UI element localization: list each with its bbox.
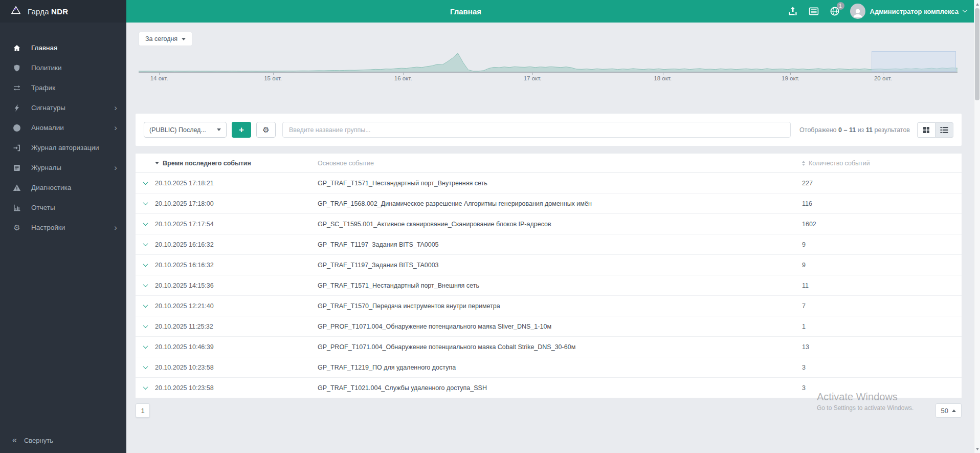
date-range-label: За сегодня xyxy=(145,35,177,42)
event-name-cell[interactable]: GP_PROF_T1071.004_Обнаружение потенциаль… xyxy=(318,323,802,330)
sidebar-item-label: Аномалии xyxy=(31,124,64,132)
column-header-last-event-time[interactable]: Время последнего события xyxy=(155,160,318,167)
column-header-event-count[interactable]: Количество событий xyxy=(802,160,962,167)
event-name-cell[interactable]: GP_SC_T1595.001_Активное сканирование_Ск… xyxy=(318,221,802,228)
page-title: Главная xyxy=(126,0,805,23)
row-expand-chevron-icon[interactable] xyxy=(143,323,148,328)
sidebar-item-home[interactable]: Главная xyxy=(0,38,126,58)
top-header: Главная xyxy=(126,0,974,23)
vertical-scrollbar[interactable] xyxy=(974,0,980,453)
event-time-cell: 20.10.2025 17:18:00 xyxy=(155,200,318,207)
sidebar-menu: ГлавнаяПолитикиТрафикСигнатуры›Аномалии›… xyxy=(0,38,126,238)
content: За сегодня 14 окт.15 окт.16 окт.17 окт.1… xyxy=(126,23,974,453)
event-count-cell: 227 xyxy=(802,180,962,187)
auth-journal-icon xyxy=(12,144,21,152)
page-1-button[interactable]: 1 xyxy=(136,403,150,418)
home-icon xyxy=(12,44,21,52)
timeline-selection[interactable] xyxy=(872,51,956,72)
axis-tick-label: 18 окт. xyxy=(654,75,672,81)
page-size-select[interactable]: 50 xyxy=(936,403,962,418)
activate-windows-watermark: Activate Windows Go to Settings to activ… xyxy=(817,391,914,412)
sidebar-item-label: Трафик xyxy=(31,84,55,92)
row-expand-chevron-icon[interactable] xyxy=(143,200,148,205)
axis-tick-label: 19 окт. xyxy=(782,75,799,81)
traffic-icon xyxy=(12,84,21,92)
chevron-right-icon: › xyxy=(114,223,117,232)
row-expand-chevron-icon[interactable] xyxy=(143,303,148,308)
event-name-cell[interactable]: GP_TRAF_T1021.004_Службы удаленного дост… xyxy=(318,384,802,392)
sort-both-icon xyxy=(802,161,805,166)
axis-tick xyxy=(883,73,883,75)
event-name-cell[interactable]: GP_TRAF_T1197_Задания BITS_TA0005 xyxy=(318,241,802,248)
row-expand-chevron-icon[interactable] xyxy=(143,364,148,369)
event-count-cell: 13 xyxy=(802,343,962,351)
avatar xyxy=(850,4,865,19)
row-expand-chevron-icon[interactable] xyxy=(143,384,148,390)
globe-notifications-icon[interactable]: 1 xyxy=(829,6,840,17)
row-expand-chevron-icon[interactable] xyxy=(143,221,148,226)
sidebar-item-diagnostics[interactable]: Диагностика xyxy=(0,178,126,198)
sidebar-item-label: Сигнатуры xyxy=(31,104,65,112)
settings-gear-button[interactable]: ⚙ xyxy=(256,122,276,138)
reports-icon xyxy=(12,204,21,212)
event-list-icon[interactable] xyxy=(808,6,819,17)
event-count-cell: 9 xyxy=(802,241,962,248)
event-name-cell[interactable]: GP_TRAF_1568.002_Динамическое разрешение… xyxy=(318,200,802,207)
events-table: Время последнего события Основное событи… xyxy=(136,154,962,398)
user-menu[interactable]: Администратор комплекса xyxy=(850,4,967,19)
axis-tick xyxy=(663,73,663,75)
scroll-up-arrow-icon[interactable] xyxy=(974,1,980,8)
sidebar-item-shield[interactable]: Политики xyxy=(0,58,126,78)
event-time-cell: 20.10.2025 10:46:39 xyxy=(155,343,318,351)
row-expand-chevron-icon[interactable] xyxy=(143,180,148,185)
table-body: 20.10.2025 17:18:21GP_TRAF_T1571_Нестанд… xyxy=(136,173,962,398)
row-expand-chevron-icon[interactable] xyxy=(143,282,148,287)
list-view-button[interactable] xyxy=(935,122,953,138)
sidebar-item-signatures[interactable]: Сигнатуры› xyxy=(0,98,126,118)
sidebar-item-reports[interactable]: Отчеты xyxy=(0,198,126,218)
header-actions: 1 Администратор комплекса xyxy=(787,0,967,23)
scroll-down-arrow-icon[interactable] xyxy=(974,445,980,452)
event-time-cell: 20.10.2025 17:17:54 xyxy=(155,221,318,228)
event-name-cell[interactable]: GP_TRAF_T1570_Передача инструментов внут… xyxy=(318,303,802,310)
brand-logo-icon xyxy=(10,5,21,18)
event-name-cell[interactable]: GP_PROF_T1071.004_Обнаружение потенциаль… xyxy=(318,343,802,351)
sidebar-item-traffic[interactable]: Трафик xyxy=(0,78,126,98)
collapse-label: Свернуть xyxy=(24,437,53,444)
app-window: Гарда NDR ГлавнаяПолитикиТрафикСигнатуры… xyxy=(0,0,980,453)
event-name-cell[interactable]: GP_TRAF_T1571_Нестандартный порт_Внешняя… xyxy=(318,282,802,289)
group-search-input[interactable] xyxy=(282,122,791,138)
event-count-cell: 3 xyxy=(802,364,962,371)
event-name-cell[interactable]: GP_TRAF_T1571_Нестандартный порт_Внутрен… xyxy=(318,180,802,187)
event-count-cell: 9 xyxy=(802,262,962,269)
axis-tick-label: 17 окт. xyxy=(524,75,542,81)
sidebar-collapse-button[interactable]: « Свернуть xyxy=(12,436,53,445)
group-filter-select[interactable]: (PUBLIC) Послед... xyxy=(144,122,227,138)
sidebar-item-label: Журнал авторизации xyxy=(31,144,99,152)
sidebar-item-auth-journal[interactable]: Журнал авторизации xyxy=(0,138,126,158)
shield-icon xyxy=(12,64,21,72)
row-expand-chevron-icon[interactable] xyxy=(143,262,148,267)
sidebar-item-anomalies[interactable]: Аномалии› xyxy=(0,118,126,138)
upload-icon[interactable] xyxy=(787,6,798,17)
date-range-button[interactable]: За сегодня xyxy=(139,32,192,46)
row-expand-chevron-icon[interactable] xyxy=(143,343,148,349)
collapse-icon: « xyxy=(12,436,17,445)
row-expand-chevron-icon[interactable] xyxy=(143,241,148,246)
table-row: 20.10.2025 12:21:40GP_TRAF_T1570_Передач… xyxy=(136,296,962,316)
sidebar-item-settings[interactable]: ⚙Настройки› xyxy=(0,218,126,238)
timeline-plot[interactable] xyxy=(139,53,957,73)
results-summary: Отображено 0 – 11 из 11 результатов xyxy=(799,126,910,134)
scrollbar-thumb[interactable] xyxy=(975,8,979,100)
event-name-cell[interactable]: GP_TRAF_T1197_Задания BITS_TA0003 xyxy=(318,262,802,269)
column-header-main-event[interactable]: Основное событие xyxy=(318,160,802,167)
view-toggle xyxy=(917,122,953,138)
chevron-right-icon: › xyxy=(114,123,117,132)
event-count-cell: 116 xyxy=(802,200,962,207)
sidebar-item-journals[interactable]: Журналы› xyxy=(0,158,126,178)
axis-tick xyxy=(273,73,274,75)
event-name-cell[interactable]: GP_TRAF_T1219_ПО для удаленного доступа xyxy=(318,364,802,371)
grid-view-button[interactable] xyxy=(917,122,936,138)
event-count-cell: 7 xyxy=(802,303,962,310)
add-group-button[interactable]: + xyxy=(232,122,251,138)
